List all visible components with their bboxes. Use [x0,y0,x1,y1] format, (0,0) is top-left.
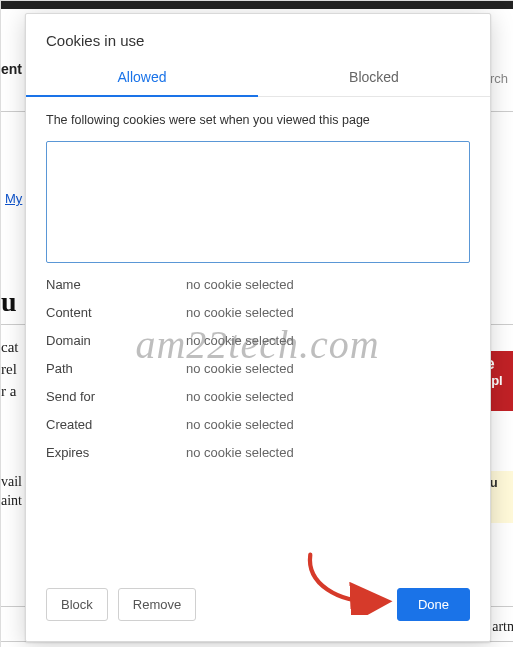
label-created: Created [46,417,186,432]
dialog-title: Cookies in use [26,14,490,59]
label-send-for: Send for [46,389,186,404]
done-button[interactable]: Done [397,588,470,621]
bg-text: artn [492,619,513,635]
tab-allowed[interactable]: Allowed [26,59,258,97]
bg-link-my[interactable]: My [5,191,22,206]
label-content: Content [46,305,186,320]
cookie-details: Name no cookie selected Content no cooki… [26,277,490,460]
bg-text: aint [1,493,22,509]
label-expires: Expires [46,445,186,460]
bg-text: cat [1,336,18,358]
value-send-for: no cookie selected [186,389,470,404]
tab-blocked[interactable]: Blocked [258,59,490,96]
value-created: no cookie selected [186,417,470,432]
value-domain: no cookie selected [186,333,470,348]
browser-toolbar-stub [1,1,513,9]
value-expires: no cookie selected [186,445,470,460]
bg-text: r a [1,380,18,402]
cookies-dialog: Cookies in use Allowed Blocked The follo… [25,13,491,642]
block-button[interactable]: Block [46,588,108,621]
remove-button[interactable]: Remove [118,588,196,621]
value-content: no cookie selected [186,305,470,320]
bg-text-stack: cat rel r a [1,336,18,402]
bg-text: vail [1,474,22,490]
bg-text: rel [1,358,18,380]
label-name: Name [46,277,186,292]
dialog-description: The following cookies were set when you … [26,97,490,135]
bg-heading-fragment: u [1,286,17,318]
value-name: no cookie selected [186,277,470,292]
tab-bar: Allowed Blocked [26,59,490,97]
dialog-footer: Block Remove Done [26,572,490,641]
cookie-listbox[interactable] [46,141,470,263]
label-path: Path [46,361,186,376]
value-path: no cookie selected [186,361,470,376]
label-domain: Domain [46,333,186,348]
bg-text: ent [1,61,22,77]
